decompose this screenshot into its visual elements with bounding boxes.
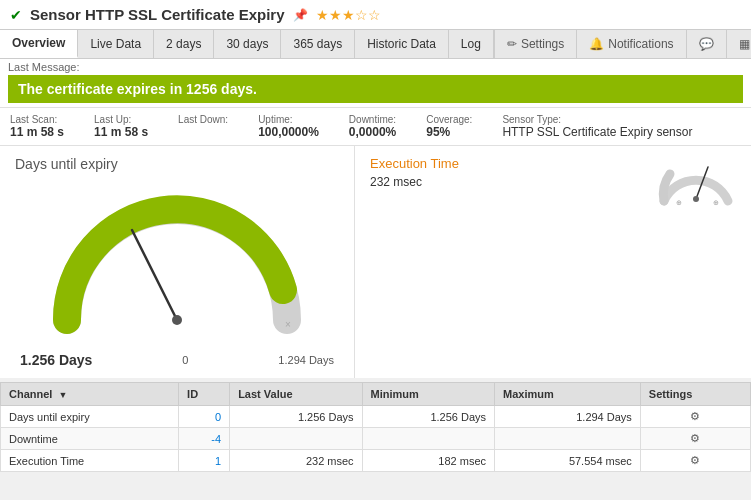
last-message-label: Last Message: — [8, 61, 743, 73]
svg-text:⊕: ⊕ — [676, 199, 682, 206]
small-gauge-svg: ⊕ ⊕ — [656, 149, 736, 209]
settings-icon[interactable]: ⚙ — [690, 454, 700, 466]
uptime-label: Uptime: — [258, 114, 319, 125]
gauge-title: Days until expiry — [15, 156, 339, 172]
grid-icon: ▦ — [739, 37, 750, 51]
tabs-row: Overview Live Data 2 days 30 days 365 da… — [0, 30, 751, 59]
tab-live-data[interactable]: Live Data — [78, 30, 154, 58]
tab-historic-data[interactable]: Historic Data — [355, 30, 449, 58]
last-scan-value: 11 m 58 s — [10, 125, 64, 139]
row3-channel: Execution Time — [1, 450, 179, 472]
downtime-label: Downtime: — [349, 114, 396, 125]
star-rating[interactable]: ★★★☆☆ — [316, 7, 381, 23]
tab-log[interactable]: Log — [449, 30, 494, 58]
notifications-label: Notifications — [608, 37, 673, 51]
stat-last-down: Last Down: — [178, 114, 228, 139]
table-row: Downtime -4 ⚙ — [1, 428, 751, 450]
gauge-labels: 1.256 Days 0 1.294 Days — [15, 352, 339, 368]
stat-coverage: Coverage: 95% — [426, 114, 472, 139]
page-title: Sensor HTTP SSL Certificate Expiry — [30, 6, 285, 23]
row1-minimum: 1.256 Days — [362, 406, 494, 428]
stat-last-up: Last Up: 11 m 58 s — [94, 114, 148, 139]
chat-button[interactable]: 💬 — [686, 30, 726, 58]
col-last-value[interactable]: Last Value — [230, 383, 362, 406]
tab-2-days[interactable]: 2 days — [154, 30, 214, 58]
gauge-current-value: 1.256 Days — [20, 352, 92, 368]
tabs-left: Overview Live Data 2 days 30 days 365 da… — [0, 30, 494, 58]
main-content: Days until expiry × 1.256 Days 0 1.294 D… — [0, 146, 751, 378]
last-scan-label: Last Scan: — [10, 114, 64, 125]
svg-line-0 — [132, 230, 177, 320]
coverage-label: Coverage: — [426, 114, 472, 125]
table-row: Execution Time 1 232 msec 182 msec 57.55… — [1, 450, 751, 472]
last-up-label: Last Up: — [94, 114, 148, 125]
tab-overview[interactable]: Overview — [0, 30, 78, 58]
table-header-row: Channel ▼ ID Last Value Minimum Maximum … — [1, 383, 751, 406]
last-up-value: 11 m 58 s — [94, 125, 148, 139]
col-channel[interactable]: Channel ▼ — [1, 383, 179, 406]
row2-channel: Downtime — [1, 428, 179, 450]
status-message: The certificate expires in 1256 days. — [8, 75, 743, 103]
col-minimum[interactable]: Minimum — [362, 383, 494, 406]
chat-icon: 💬 — [699, 37, 714, 51]
sensor-icon: ✔ — [10, 7, 22, 23]
settings-button[interactable]: ✏ Settings — [494, 30, 576, 58]
col-id[interactable]: ID — [179, 383, 230, 406]
coverage-value: 95% — [426, 125, 472, 139]
row1-id: 0 — [179, 406, 230, 428]
col-settings: Settings — [640, 383, 750, 406]
grid-button[interactable]: ▦ — [726, 30, 751, 58]
gauge-panel: Days until expiry × 1.256 Days 0 1.294 D… — [0, 146, 355, 378]
last-down-label: Last Down: — [178, 114, 228, 125]
stats-row: Last Scan: 11 m 58 s Last Up: 11 m 58 s … — [0, 108, 751, 146]
settings-label: Settings — [521, 37, 564, 51]
data-table: Channel ▼ ID Last Value Minimum Maximum … — [0, 382, 751, 472]
notifications-button[interactable]: 🔔 Notifications — [576, 30, 685, 58]
pencil-icon: ✏ — [507, 37, 517, 51]
svg-point-4 — [693, 196, 699, 202]
table-row: Days until expiry 0 1.256 Days 1.256 Day… — [1, 406, 751, 428]
row2-id: -4 — [179, 428, 230, 450]
row2-maximum — [495, 428, 641, 450]
col-maximum[interactable]: Maximum — [495, 383, 641, 406]
bell-icon: 🔔 — [589, 37, 604, 51]
sensor-type-label: Sensor Type: — [502, 114, 692, 125]
settings-icon[interactable]: ⚙ — [690, 432, 700, 444]
stat-uptime: Uptime: 100,0000% — [258, 114, 319, 139]
gauge-svg: × — [37, 180, 317, 340]
row3-last-value: 232 msec — [230, 450, 362, 472]
status-bar: Last Message: The certificate expires in… — [0, 59, 751, 108]
tabs-right: ✏ Settings 🔔 Notifications 💬 ▦ — [494, 30, 751, 58]
stat-sensor-type: Sensor Type: HTTP SSL Certificate Expiry… — [502, 114, 692, 139]
row2-minimum — [362, 428, 494, 450]
svg-point-1 — [172, 315, 182, 325]
uptime-value: 100,0000% — [258, 125, 319, 139]
row1-maximum: 1.294 Days — [495, 406, 641, 428]
row3-settings[interactable]: ⚙ — [640, 450, 750, 472]
sort-icon: ▼ — [58, 390, 67, 400]
tab-30-days[interactable]: 30 days — [214, 30, 281, 58]
svg-text:×: × — [285, 319, 291, 330]
sensor-type-value: HTTP SSL Certificate Expiry sensor — [502, 125, 692, 139]
row1-settings[interactable]: ⚙ — [640, 406, 750, 428]
row3-id: 1 — [179, 450, 230, 472]
pin-icon[interactable]: 📌 — [293, 8, 308, 22]
tab-365-days[interactable]: 365 days — [281, 30, 355, 58]
row2-last-value — [230, 428, 362, 450]
settings-icon[interactable]: ⚙ — [690, 410, 700, 422]
row1-last-value: 1.256 Days — [230, 406, 362, 428]
gauge-max-label: 1.294 Days — [278, 354, 334, 366]
row3-minimum: 182 msec — [362, 450, 494, 472]
gauge-min-label: 0 — [182, 354, 188, 366]
downtime-value: 0,0000% — [349, 125, 396, 139]
gauge-container: × — [15, 180, 339, 350]
row2-settings[interactable]: ⚙ — [640, 428, 750, 450]
row3-maximum: 57.554 msec — [495, 450, 641, 472]
exec-panel: Execution Time 232 msec ⊕ ⊕ — [355, 146, 751, 378]
title-bar: ✔ Sensor HTTP SSL Certificate Expiry 📌 ★… — [0, 0, 751, 30]
stat-downtime: Downtime: 0,0000% — [349, 114, 396, 139]
svg-text:⊕: ⊕ — [713, 199, 719, 206]
row1-channel: Days until expiry — [1, 406, 179, 428]
stat-last-scan: Last Scan: 11 m 58 s — [10, 114, 64, 139]
